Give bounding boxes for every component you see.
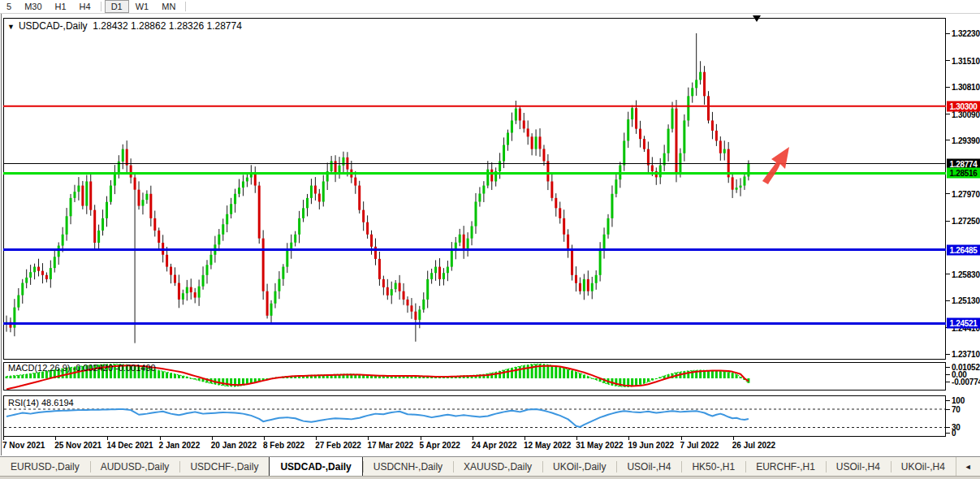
chart-tab-usdchf-daily[interactable]: USDCHF-,Daily <box>179 457 269 477</box>
chart-tab-usdcad-daily[interactable]: USDCAD-,Daily <box>269 457 362 477</box>
rsi-value: 48.6194 <box>41 398 74 408</box>
date-tick-label: 12 May 2022 <box>524 441 571 450</box>
price-badge: 1.26485 <box>947 244 980 255</box>
date-tick-label: 8 Feb 2022 <box>263 441 304 450</box>
date-tick-label: 5 Apr 2022 <box>420 441 460 450</box>
date-tick-label: 7 Nov 2021 <box>2 441 45 450</box>
axis-ticks <box>946 33 950 433</box>
main-panel <box>4 19 946 360</box>
rsi-axis-label: 0 <box>952 429 956 438</box>
rsi-indicator-label: RSI(14) 48.6194 <box>8 398 74 408</box>
chart-tab-xauusd-daily[interactable]: XAUUSD-,Daily <box>453 457 542 477</box>
ohlc-open: 1.28432 <box>93 20 127 32</box>
trading-app-window: 5M30H1H4D1W1MN ▼USDCAD-,Daily 1.28432 1.… <box>0 0 980 479</box>
date-tick-label: 2 Jan 2022 <box>159 441 201 450</box>
price-tick-label: 1.30810 <box>952 83 980 92</box>
price-tick-label: 1.27250 <box>952 217 980 226</box>
ohlc-low: 1.28326 <box>169 20 204 32</box>
ohlc-high: 1.28862 <box>131 20 166 32</box>
price-tick-label: 1.32230 <box>952 29 980 38</box>
tab-scroll-controls: ◄► <box>956 457 980 477</box>
chart-tab-ukoil-daily[interactable]: UKOil-,Daily <box>542 457 616 477</box>
tab-scroll-left-button[interactable]: ◄ <box>965 463 972 471</box>
chart-canvas <box>0 0 980 456</box>
price-tick-label: 1.23710 <box>952 350 980 359</box>
symbol-period-label: USDCAD-,Daily <box>19 20 88 32</box>
price-badge: 1.30300 <box>947 101 980 111</box>
macd-axis-label: -0.00774 <box>952 378 980 386</box>
date-tick-label: 14 Dec 2021 <box>106 441 153 450</box>
date-tick-label: 17 Mar 2022 <box>367 441 413 450</box>
arrow-annotation <box>762 147 789 184</box>
price-tick-label: 1.29390 <box>952 136 980 145</box>
date-tick-label: 27 Feb 2022 <box>315 441 361 450</box>
macd-indicator-label: MACD(12,26,9) -0.002420 -0.001490 <box>8 363 156 373</box>
date-tick-label: 24 Apr 2022 <box>472 441 517 450</box>
rsi-axis-label: 100 <box>952 396 965 405</box>
chart-tab-hk50-h1[interactable]: HK50-,H1 <box>681 457 745 477</box>
macd-values: -0.002420 -0.001490 <box>72 363 155 373</box>
price-badge: 1.28516 <box>947 168 980 179</box>
price-tick-label: 1.25830 <box>952 270 980 278</box>
ohlc-close: 1.28774 <box>206 20 241 32</box>
price-badge: 1.24521 <box>947 318 980 329</box>
price-tick-label: 1.31510 <box>952 56 980 65</box>
rsi-layer <box>4 409 945 428</box>
bottom-strip <box>0 476 980 479</box>
price-tick-label: 1.27970 <box>952 189 980 198</box>
rsi-axis-label: 70 <box>952 405 961 414</box>
date-tick-label: 7 Jul 2022 <box>680 441 719 450</box>
candles-layer <box>6 33 750 343</box>
chart-tab-audusd-daily[interactable]: AUDUSD-,Daily <box>90 457 180 477</box>
chart-tab-usoil-h4[interactable]: USOil-,H4 <box>616 457 681 477</box>
date-tick-label: 25 Nov 2021 <box>54 441 101 450</box>
chart-title: ▼USDCAD-,Daily 1.28432 1.28862 1.28326 1… <box>7 20 242 32</box>
chart-tab-usdcnh-daily[interactable]: USDCNH-,Daily <box>363 457 453 477</box>
chart-tab-bar: EURUSD-,DailyAUDUSD-,DailyUSDCHF-,DailyU… <box>0 456 980 477</box>
chart-tab-eurusd-daily[interactable]: EURUSD-,Daily <box>0 457 90 477</box>
chart-tab-ukoil-h4[interactable]: UKOil-,H4 <box>891 457 956 477</box>
price-tick-label: 1.25130 <box>952 296 980 305</box>
chart-tab-usoil-h4[interactable]: USOil-,H4 <box>826 457 891 477</box>
date-tick-label: 26 Jul 2022 <box>732 441 775 450</box>
date-tick-label: 20 Jan 2022 <box>211 441 257 450</box>
date-tick-label: 31 May 2022 <box>576 441 623 450</box>
date-tick-label: 19 Jun 2022 <box>628 441 674 450</box>
chart-tab-eurchf-h1[interactable]: EURCHF-,H1 <box>745 457 826 477</box>
chart-dropdown-icon[interactable]: ▼ <box>7 23 15 31</box>
